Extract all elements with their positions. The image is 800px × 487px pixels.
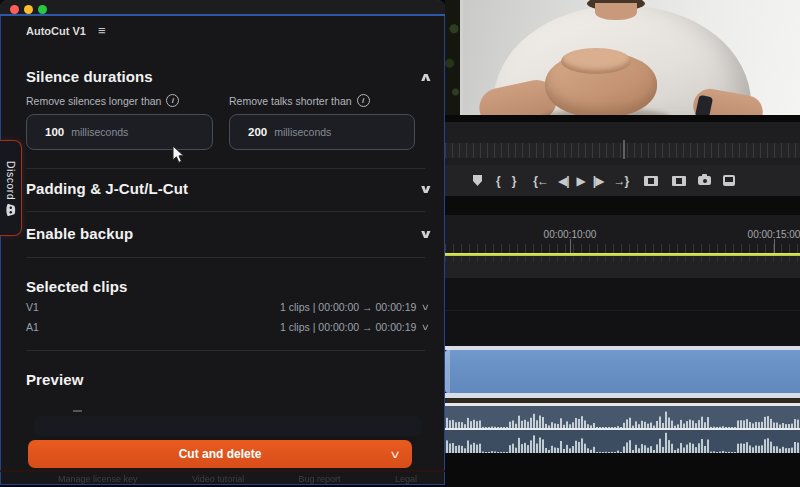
step-forward-icon[interactable]: |▶ xyxy=(593,165,604,196)
preview-loading-dash xyxy=(73,410,82,412)
timeline-empty-area xyxy=(445,453,800,487)
monitor-scrub-zone[interactable] xyxy=(445,122,800,165)
talks-shorter-label-text: Remove talks shorter than xyxy=(229,95,352,107)
comparison-view-icon xyxy=(723,175,735,186)
lift-icon xyxy=(644,176,658,186)
play-icon[interactable]: ▶ xyxy=(577,165,585,196)
maximize-window-button[interactable] xyxy=(38,5,47,14)
footer-link[interactable]: Bug report xyxy=(299,474,341,484)
person-fingers xyxy=(561,48,631,74)
major-tick xyxy=(570,239,571,253)
export-frame-icon xyxy=(698,176,711,185)
divider xyxy=(26,211,425,212)
info-icon[interactable]: i xyxy=(357,94,370,107)
audio-clip-a1-channel-2[interactable] xyxy=(445,430,800,453)
section-title-enable-backup[interactable]: Enable backup xyxy=(26,225,133,242)
autocut-window: AutoCut V1 ≡ Silence durations ∧ Remove … xyxy=(0,0,445,485)
discord-side-tab[interactable]: Discord xyxy=(0,140,22,236)
timeline-subruler-band xyxy=(445,256,800,278)
add-marker-icon[interactable] xyxy=(473,165,482,196)
silence-longer-label-text: Remove silences longer than xyxy=(26,95,161,107)
track-label: V1 xyxy=(26,301,39,313)
monitor-frame-edge xyxy=(445,115,800,122)
mark-in-icon[interactable]: { xyxy=(496,165,500,196)
track-divider xyxy=(445,310,800,311)
track-label: A1 xyxy=(26,321,39,333)
close-window-button[interactable] xyxy=(10,5,19,14)
talk-duration-input[interactable]: 200 milliseconds xyxy=(229,114,415,150)
panel-header: AutoCut V1 ≡ xyxy=(26,24,105,37)
discord-tab-label: Discord xyxy=(5,161,17,200)
minimize-window-button[interactable] xyxy=(24,5,33,14)
step-back-icon[interactable]: ◀| xyxy=(558,165,569,196)
section-title-silence-durations[interactable]: Silence durations xyxy=(26,68,153,85)
divider xyxy=(26,257,425,258)
empty-video-track[interactable] xyxy=(445,278,800,346)
background-pipe xyxy=(460,0,463,115)
section-title-preview: Preview xyxy=(26,371,83,388)
chevron-down-icon[interactable]: ∨ xyxy=(389,448,401,461)
chevron-down-icon[interactable]: ∨ xyxy=(419,182,434,196)
section-title-selected-clips: Selected clips xyxy=(26,278,127,295)
mark-out-icon[interactable]: } xyxy=(512,165,516,196)
transport-toolbar: {}{←◀|▶|▶→} xyxy=(445,165,800,196)
cut-and-delete-button[interactable]: Cut and delete ∨ xyxy=(28,440,412,468)
cut-and-delete-label: Cut and delete xyxy=(179,447,262,461)
program-monitor-video xyxy=(445,0,800,115)
person-neck xyxy=(595,3,637,20)
go-to-in-icon[interactable]: {← xyxy=(533,165,548,196)
editor-area: {}{←◀|▶|▶→} 00:00:10:00 00:00:15:00 xyxy=(445,0,800,487)
section-title-padding-jcut[interactable]: Padding & J-Cut/L-Cut xyxy=(26,180,188,197)
comparison-view-icon[interactable] xyxy=(723,165,735,196)
screen: AutoCut V1 ≡ Silence durations ∧ Remove … xyxy=(0,0,800,487)
timeline-ruler[interactable]: 00:00:10:00 00:00:15:00 xyxy=(445,215,800,253)
window-titlebar[interactable] xyxy=(0,0,445,14)
timeline-gap xyxy=(445,196,800,215)
chevron-down-icon[interactable]: ∨ xyxy=(419,227,434,241)
lift-icon[interactable] xyxy=(644,165,658,196)
monitor-playhead[interactable] xyxy=(623,140,625,159)
silence-duration-unit: milliseconds xyxy=(71,126,128,138)
chevron-up-icon[interactable]: ∧ xyxy=(419,70,434,84)
extract-icon xyxy=(672,176,686,186)
export-frame-icon[interactable] xyxy=(698,165,711,196)
chevron-down-icon[interactable]: ∨ xyxy=(421,322,430,332)
footer-link[interactable]: Legal xyxy=(395,474,417,484)
extract-icon[interactable] xyxy=(672,165,686,196)
major-tick xyxy=(774,239,775,253)
timecode-label: 00:00:15:00 xyxy=(719,229,800,240)
divider xyxy=(0,470,445,472)
silence-duration-value: 100 xyxy=(45,126,64,138)
talk-duration-unit: milliseconds xyxy=(274,126,331,138)
go-to-out-icon[interactable]: →} xyxy=(613,165,628,196)
chevron-down-icon[interactable]: ∨ xyxy=(421,302,430,312)
divider xyxy=(26,350,425,351)
footer-link[interactable]: Video tutorial xyxy=(192,474,244,484)
preview-strip[interactable] xyxy=(34,416,421,436)
background-plant xyxy=(445,0,460,115)
selected-clip-row-v1[interactable]: V1 1 clips | 00:00:00 → 00:00:19 ∨ xyxy=(26,301,429,313)
audio-clip-a1-channel-1[interactable] xyxy=(445,406,800,428)
panel-title: AutoCut V1 xyxy=(26,25,86,37)
menu-hamburger-icon[interactable]: ≡ xyxy=(98,24,106,37)
ruler-ticks xyxy=(445,244,800,253)
video-clip-v1[interactable] xyxy=(445,350,800,393)
divider xyxy=(26,168,425,169)
footer-link[interactable]: Manage license key xyxy=(58,474,138,484)
clip-range-text: 1 clips | 00:00:00 → 00:00:19 xyxy=(280,321,416,333)
selected-clip-row-a1[interactable]: A1 1 clips | 00:00:00 → 00:00:19 ∨ xyxy=(26,321,429,333)
talks-shorter-label: Remove talks shorter than i xyxy=(229,94,370,107)
panel-footer: Manage license key Video tutorial Bug re… xyxy=(58,474,417,484)
add-marker-icon xyxy=(473,175,482,186)
info-icon[interactable]: i xyxy=(166,94,179,107)
clip-range-text: 1 clips | 00:00:00 → 00:00:19 xyxy=(280,301,416,313)
silence-longer-label: Remove silences longer than i xyxy=(26,94,179,107)
mouse-cursor xyxy=(172,145,185,164)
window-focus-border xyxy=(0,14,445,16)
discord-logo-icon xyxy=(6,204,16,217)
talk-duration-value: 200 xyxy=(248,126,267,138)
